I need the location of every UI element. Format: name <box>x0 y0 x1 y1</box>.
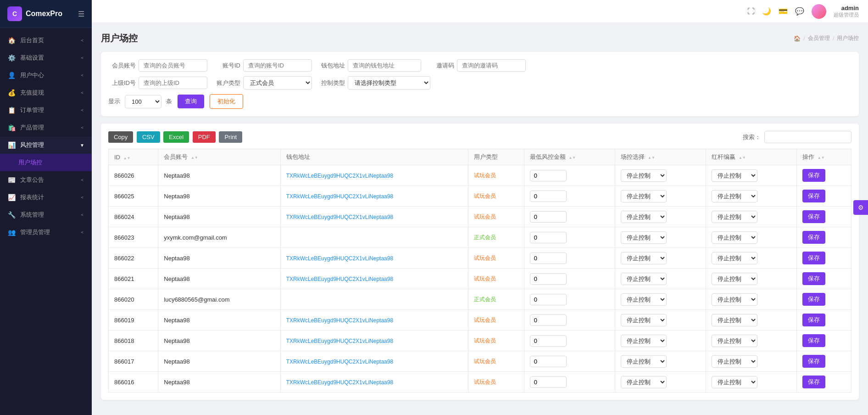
hamburger-icon[interactable]: ☰ <box>78 10 84 18</box>
save-button[interactable]: 保存 <box>802 190 825 202</box>
csv-button[interactable]: CSV <box>137 131 160 143</box>
amount-input[interactable] <box>530 211 567 223</box>
field-control-select[interactable]: 停止控制大单控制小单控制 <box>621 231 667 244</box>
field-control-select[interactable]: 停止控制大单控制小单控制 <box>621 273 667 285</box>
breadcrumb-current: 用户场控 <box>837 34 859 42</box>
red-control-select[interactable]: 停止控制大单控制小单控制 <box>712 335 757 347</box>
print-button[interactable]: Print <box>219 131 242 143</box>
field-control-select[interactable]: 停止控制大单控制小单控制 <box>621 355 667 368</box>
settings-float-button[interactable]: ⚙ <box>853 200 868 215</box>
red-control-select[interactable]: 停止控制大单控制小单控制 <box>712 169 757 182</box>
sidebar-item-orders[interactable]: 📋 订单管理 ＜ <box>0 101 92 119</box>
excel-button[interactable]: Excel <box>163 131 189 143</box>
red-control-select[interactable]: 停止控制大单控制小单控制 <box>712 273 757 285</box>
reset-button[interactable]: 初始化 <box>210 94 243 109</box>
user-type-badge: 正式会员 <box>474 296 496 303</box>
amount-input[interactable] <box>530 314 567 326</box>
red-control-select[interactable]: 停止控制大单控制小单控制 <box>712 293 757 306</box>
field-control-select[interactable]: 停止控制大单控制小单控制 <box>621 190 667 202</box>
filter-row-1: 会员账号 账号ID 钱包地址 邀请码 <box>108 59 851 72</box>
parent-id-input[interactable] <box>139 77 207 89</box>
menu-label-recharge: 充值提现 <box>20 89 44 97</box>
display-count-select[interactable]: 100 50 25 <box>125 95 161 108</box>
menu-item-left: 🏠 后台首页 <box>7 36 44 45</box>
amount-input[interactable] <box>530 170 567 181</box>
member-account-input[interactable] <box>139 59 207 72</box>
payment-icon[interactable]: 💳 <box>779 7 788 16</box>
save-button[interactable]: 保存 <box>802 210 825 223</box>
field-control-select[interactable]: 停止控制大单控制小单控制 <box>621 252 667 264</box>
field-control-select[interactable]: 停止控制大单控制小单控制 <box>621 211 667 223</box>
copy-button[interactable]: Copy <box>108 131 133 143</box>
cell-wallet: TXRkWcLeBEuygd9HUQC2X1vLiNeptaa98 <box>280 207 468 227</box>
control-type-select[interactable]: 请选择控制类型 停止控制 大单控制 小单控制 <box>348 76 430 90</box>
field-control-select[interactable]: 停止控制大单控制小单控制 <box>621 376 667 388</box>
save-button[interactable]: 保存 <box>802 334 825 347</box>
sidebar-item-reports[interactable]: 📈 报表统计 ＜ <box>0 189 92 206</box>
amount-input[interactable] <box>530 232 567 243</box>
amount-input[interactable] <box>530 376 567 388</box>
sidebar-item-basic-settings[interactable]: ⚙️ 基础设置 ＜ <box>0 49 92 67</box>
red-control-select[interactable]: 停止控制大单控制小单控制 <box>712 314 757 326</box>
pdf-button[interactable]: PDF <box>193 131 216 143</box>
red-control-select[interactable]: 停止控制大单控制小单控制 <box>712 211 757 223</box>
sidebar-item-articles[interactable]: 📰 文章公告 ＜ <box>0 171 92 189</box>
save-button[interactable]: 保存 <box>802 272 825 285</box>
red-control-select[interactable]: 停止控制大单控制小单控制 <box>712 355 757 368</box>
fullscreen-icon[interactable]: ⛶ <box>747 7 755 16</box>
menu-item-left: 📊 风控管理 <box>7 141 44 149</box>
save-button[interactable]: 保存 <box>802 169 825 182</box>
sidebar-item-user-control[interactable]: 用户场控 <box>0 154 92 171</box>
red-control-select[interactable]: 停止控制大单控制小单控制 <box>712 190 757 202</box>
sidebar-item-system[interactable]: 🔧 系统管理 ＜ <box>0 206 92 224</box>
save-button[interactable]: 保存 <box>802 231 825 244</box>
red-control-select[interactable]: 停止控制大单控制小单控制 <box>712 231 757 244</box>
sidebar-item-user-center[interactable]: 👤 用户中心 ＜ <box>0 67 92 84</box>
red-control-select[interactable]: 停止控制大单控制小单控制 <box>712 252 757 264</box>
save-button[interactable]: 保存 <box>802 376 825 388</box>
account-type-label: 账户类型 <box>213 79 240 87</box>
account-type-select[interactable]: 正式会员 试玩会员 全部 <box>243 76 312 90</box>
cell-wallet: TXRkWcLeBEuygd9HUQC2X1vLiNeptaa98 <box>280 372 468 393</box>
amount-input[interactable] <box>530 252 567 264</box>
query-button[interactable]: 查询 <box>178 95 204 108</box>
col-field-control: 场控选择 ▲▼ <box>615 149 706 165</box>
avatar[interactable] <box>812 4 826 19</box>
search-input[interactable] <box>764 131 851 143</box>
cell-account: Neptaa98 <box>158 248 280 269</box>
amount-input[interactable] <box>530 273 567 285</box>
amount-input[interactable] <box>530 191 567 202</box>
cell-wallet: TXRkWcLeBEuygd9HUQC2X1vLiNeptaa98 <box>280 351 468 372</box>
account-id-input[interactable] <box>243 59 312 72</box>
field-control-select[interactable]: 停止控制大单控制小单控制 <box>621 335 667 347</box>
sidebar-item-dashboard[interactable]: 🏠 后台首页 ＜ <box>0 32 92 49</box>
theme-icon[interactable]: 🌙 <box>762 7 771 16</box>
cell-type: 试玩会员 <box>468 331 524 351</box>
red-control-select[interactable]: 停止控制大单控制小单控制 <box>712 376 757 388</box>
field-control-select[interactable]: 停止控制大单控制小单控制 <box>621 314 667 326</box>
search-box: 搜索： <box>743 131 851 143</box>
amount-input[interactable] <box>530 356 567 367</box>
wallet-address-input[interactable] <box>348 59 421 72</box>
save-button[interactable]: 保存 <box>802 355 825 368</box>
save-button[interactable]: 保存 <box>802 293 825 306</box>
invite-code-input[interactable] <box>457 59 526 72</box>
breadcrumb: 🏠 / 会员管理 / 用户场控 <box>794 34 859 42</box>
sidebar-item-products[interactable]: 🛍️ 产品管理 ＜ <box>0 119 92 136</box>
save-button[interactable]: 保存 <box>802 314 825 326</box>
cell-id: 866018 <box>109 331 158 351</box>
sidebar-item-admins[interactable]: 👥 管理员管理 ＜ <box>0 224 92 241</box>
user-type-badge: 试玩会员 <box>474 275 496 282</box>
field-control-select[interactable]: 停止控制大单控制小单控制 <box>621 293 667 306</box>
cell-amount <box>524 331 615 351</box>
system-icon: 🔧 <box>7 211 16 219</box>
amount-input[interactable] <box>530 294 567 305</box>
amount-input[interactable] <box>530 335 567 347</box>
field-control-select[interactable]: 停止控制大单控制小单控制 <box>621 169 667 182</box>
cell-action: 保存 <box>797 310 851 331</box>
cell-amount <box>524 227 615 248</box>
sidebar-item-risk-control[interactable]: 📊 风控管理 ▼ <box>0 136 92 154</box>
sidebar-item-recharge[interactable]: 💰 充值提现 ＜ <box>0 84 92 101</box>
save-button[interactable]: 保存 <box>802 252 825 264</box>
message-icon[interactable]: 💬 <box>795 7 804 16</box>
